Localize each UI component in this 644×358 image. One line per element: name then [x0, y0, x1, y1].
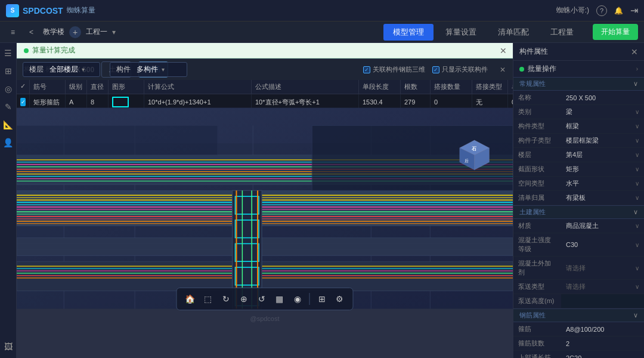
- add-phase-button[interactable]: +: [69, 26, 81, 38]
- rebar-props-arrow[interactable]: ∨: [633, 311, 638, 319]
- status-close-button[interactable]: ✕: [500, 46, 507, 55]
- project-name: 教学楼: [43, 27, 64, 37]
- type-dropdown-arrow[interactable]: ∨: [635, 109, 639, 115]
- prop-section-value[interactable]: 矩形 ∨: [561, 162, 644, 176]
- start-calculation-button[interactable]: 开始算量: [593, 24, 638, 40]
- floor-dropdown-arrow[interactable]: ▾: [82, 66, 85, 73]
- toolbar-expand-button[interactable]: ⊞: [314, 291, 330, 307]
- svg-rect-15: [17, 190, 513, 226]
- toolbar-visibility-button[interactable]: ◉: [289, 291, 306, 307]
- prop-concrete-grade: 混凝土强度等级 C30 ∨: [513, 233, 644, 257]
- prop-sub-type: 构件子类型 楼层框架梁 ∨: [513, 134, 644, 148]
- tab-bom-matching[interactable]: 清单匹配: [488, 24, 538, 41]
- floor-selector[interactable]: 楼层 全部楼层 ▾: [23, 62, 100, 77]
- prop-top-bar-value[interactable]: 2C20: [561, 351, 644, 358]
- prop-floor-label: 楼层: [513, 148, 561, 162]
- user-name: 蜘蛛小哥:): [556, 5, 589, 16]
- toolbar-undo-button[interactable]: ↺: [253, 291, 270, 307]
- sidebar-icon-image[interactable]: 🖼: [2, 340, 15, 353]
- prop-section: 截面形状 矩形 ∨: [513, 162, 644, 177]
- sidebar-icon-user[interactable]: 👤: [2, 136, 15, 149]
- prop-pump-height-label: 泵送高度(m): [513, 294, 561, 308]
- tab-engineering-quantity[interactable]: 工程量: [541, 24, 583, 41]
- toolbar-rotate-button[interactable]: ↻: [218, 291, 234, 307]
- prop-pump-value[interactable]: 请选择 ∨: [561, 280, 644, 294]
- prop-component-type-value[interactable]: 框梁 ∨: [561, 119, 644, 133]
- left-sidebar: ☰ ⊞ ◎ ✎ 📐 👤 🖼: [0, 43, 17, 358]
- rebar-props-section[interactable]: 钢筋属性 ∨: [513, 308, 644, 322]
- prop-pump: 泵送类型 请选择 ∨: [513, 280, 644, 294]
- toolbar-home-button[interactable]: 🏠: [182, 291, 199, 307]
- batch-operation[interactable]: 批量操作 ›: [513, 61, 644, 77]
- main-layout: ☰ ⊞ ◎ ✎ 📐 👤 🖼 算量计算完成 ✕ 楼层 全部楼层 ▾ 构件: [0, 43, 644, 358]
- watermark: @spdcost: [250, 315, 279, 322]
- prop-space-type-label: 空间类型: [513, 177, 561, 190]
- batch-label: 批量操作: [528, 64, 556, 74]
- panel-close-button[interactable]: ✕: [631, 47, 638, 57]
- floating-toolbar: 🏠 ⬚ ↻ ⊕ ↺ ▦ ◉ ⊞ ⚙: [177, 288, 354, 310]
- back-button[interactable]: ≡: [6, 26, 20, 39]
- phase-arrow[interactable]: ▾: [112, 28, 116, 36]
- tab-model-management[interactable]: 模型管理: [383, 24, 434, 41]
- soil-props-arrow[interactable]: ∨: [633, 208, 638, 216]
- prop-concrete-grade-value[interactable]: C30 ∨: [561, 233, 644, 256]
- prop-material-label: 材质: [513, 219, 561, 233]
- normal-props-arrow[interactable]: ∨: [633, 80, 638, 88]
- help-icon[interactable]: ?: [596, 5, 607, 16]
- viewer-top-bar: 楼层 全部楼层 ▾ 构件 多构件 ▾: [17, 58, 513, 81]
- toolbar-grid-button[interactable]: ▦: [271, 291, 288, 307]
- prop-type-value[interactable]: 梁 ∨: [561, 105, 644, 119]
- prop-stirrup-legs-label: 箍筋肢数: [513, 337, 561, 350]
- batch-arrow[interactable]: ›: [636, 66, 638, 72]
- main-tabs: 模型管理 算量设置 清单匹配 工程量 开始算量: [383, 24, 638, 41]
- logout-icon[interactable]: ⇥: [630, 5, 638, 16]
- sidebar-icon-edit[interactable]: ✎: [2, 100, 15, 113]
- prop-component-type: 构件类型 框梁 ∨: [513, 119, 644, 134]
- toolbar-transform-button[interactable]: ⊕: [236, 291, 252, 307]
- prop-space-type: 空间类型 水平 ∨: [513, 177, 644, 191]
- prop-component-type-label: 构件类型: [513, 119, 561, 133]
- second-bar: ≡ < 教学楼 + 工程一 ▾ 模型管理 算量设置 清单匹配 工程量 开始算量: [0, 21, 644, 43]
- toolbar-settings-button[interactable]: ⚙: [332, 291, 348, 307]
- prop-type-label: 类别: [513, 105, 561, 119]
- sidebar-icon-measure[interactable]: 📐: [2, 118, 15, 131]
- prop-top-bar: 上部通长筋 2C20: [513, 351, 644, 358]
- prop-sub-type-label: 构件子类型: [513, 134, 561, 147]
- phase-label: 工程一: [86, 27, 107, 37]
- svg-rect-58: [17, 125, 218, 155]
- prop-concrete-grade-label: 混凝土强度等级: [513, 233, 561, 256]
- viewport[interactable]: 石 后 🏠 ⬚ ↻ ⊕ ↺ ▦: [17, 58, 513, 358]
- batch-dot: [519, 67, 524, 72]
- prop-sub-type-value[interactable]: 楼层框架梁 ∨: [561, 134, 644, 147]
- prop-slab-value[interactable]: 有梁板 ∨: [561, 191, 644, 205]
- prop-stirrup: 箍筋 A8@100/200: [513, 322, 644, 337]
- normal-props-label: 常规属性: [519, 79, 546, 88]
- prop-stirrup-legs-value[interactable]: 2: [561, 337, 644, 350]
- right-panel: 构件属性 ✕ 批量操作 › 常规属性 ∨ 名称 250 X 500 类别: [513, 43, 644, 358]
- prop-additive-label: 混凝土外加剂: [513, 257, 561, 279]
- prop-space-type-value[interactable]: 水平 ∨: [561, 177, 644, 190]
- notification-icon[interactable]: 🔔: [614, 7, 623, 15]
- logo-icon: S: [6, 4, 19, 17]
- prop-stirrup-value[interactable]: A8@100/200: [561, 322, 644, 336]
- component-label: 构件: [116, 64, 131, 75]
- prop-additive-value[interactable]: 请选择 ∨: [561, 257, 644, 279]
- back-arrow[interactable]: <: [24, 26, 38, 39]
- sidebar-icon-menu[interactable]: ☰: [2, 47, 15, 60]
- sidebar-icon-layers[interactable]: ⊞: [2, 64, 15, 78]
- toolbar-select-button[interactable]: ⬚: [200, 291, 216, 307]
- viewer-area: 楼层 全部楼层 ▾ 构件 多构件 ▾: [17, 58, 513, 358]
- component-selector[interactable]: 构件 多构件 ▾: [110, 62, 187, 77]
- tab-quantity-settings[interactable]: 算量设置: [436, 24, 486, 41]
- prop-floor-value[interactable]: 第4层 ∨: [561, 148, 644, 162]
- prop-pump-label: 泵送类型: [513, 280, 561, 294]
- sidebar-icon-eye[interactable]: ◎: [2, 82, 15, 95]
- top-bar-right: 蜘蛛小哥:) ? 🔔 ⇥: [556, 5, 638, 16]
- soil-props-section[interactable]: 土建属性 ∨: [513, 205, 644, 219]
- normal-props-section[interactable]: 常规属性 ∨: [513, 77, 644, 91]
- prop-material-value[interactable]: 商品混凝土 ∨: [561, 219, 644, 233]
- top-bar: S SPDCOST 蜘蛛算量 蜘蛛小哥:) ? 🔔 ⇥: [0, 0, 644, 21]
- prop-slab: 清单归属 有梁板 ∨: [513, 191, 644, 205]
- component-dropdown-arrow[interactable]: ▾: [162, 66, 165, 73]
- prop-pump-height-value[interactable]: [561, 294, 644, 308]
